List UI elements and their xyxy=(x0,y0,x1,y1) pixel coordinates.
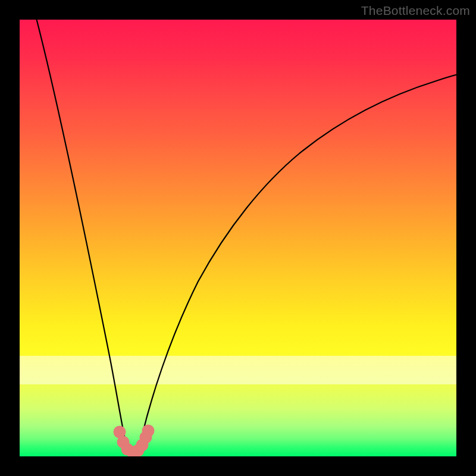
bottleneck-curve xyxy=(35,20,456,452)
plot-area xyxy=(20,20,456,456)
curve-layer xyxy=(20,20,456,456)
watermark-text: TheBottleneck.com xyxy=(361,4,470,18)
chart-frame: TheBottleneck.com xyxy=(0,0,476,476)
marker-cluster xyxy=(116,427,152,456)
svg-point-7 xyxy=(145,427,152,434)
svg-point-0 xyxy=(116,428,123,436)
